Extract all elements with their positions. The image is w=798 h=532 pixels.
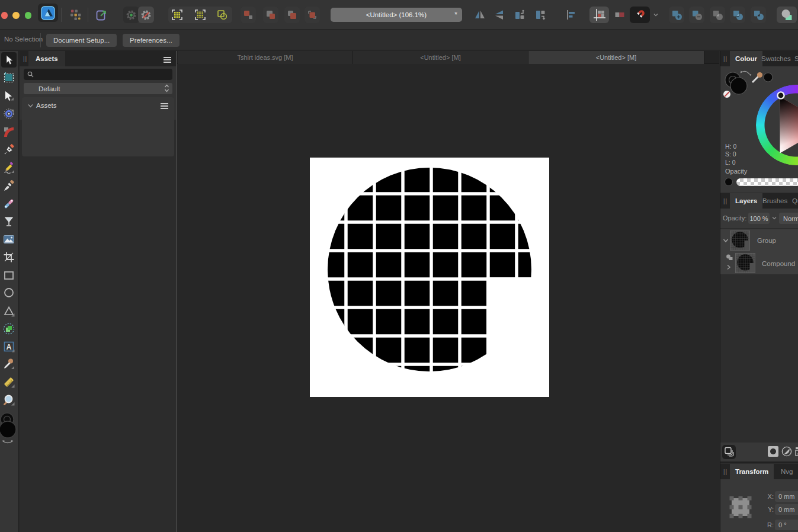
boolean-add-icon[interactable] <box>669 7 684 23</box>
document-title-text: <Untitled> (106.1%) <box>366 11 427 18</box>
tab-stroke[interactable]: Stroke <box>791 51 798 66</box>
x-field[interactable]: 0 mm <box>775 491 798 502</box>
panel-drag-grip[interactable]: || <box>723 56 728 62</box>
flip-horizontal-icon[interactable] <box>472 7 488 23</box>
insert-inside-icon[interactable] <box>263 7 278 23</box>
panel-drag-grip[interactable]: || <box>723 469 728 475</box>
opacity-chevron-icon[interactable] <box>771 216 777 220</box>
pen-tool[interactable] <box>1 142 17 158</box>
ellipse-tool[interactable] <box>1 285 17 300</box>
artboard[interactable] <box>310 158 549 397</box>
zoom-tool[interactable] <box>1 392 17 408</box>
document-area: Tshirt ideas.svg [M] <Untitled> [M] <Unt… <box>177 51 719 532</box>
flip-vertical-icon[interactable] <box>492 7 507 23</box>
rectangle-tool[interactable] <box>1 268 17 283</box>
boolean-combine-icon[interactable] <box>751 7 766 23</box>
assets-section-menu-icon[interactable] <box>161 102 168 110</box>
insert-behind-icon[interactable] <box>241 7 256 23</box>
document-setup-button[interactable]: Document Setup... <box>46 34 117 47</box>
preferences-gear-icon[interactable] <box>123 7 139 23</box>
vector-crop-tool[interactable] <box>1 249 17 265</box>
assets-panel-menu-icon[interactable] <box>164 56 171 64</box>
boolean-divide-icon[interactable] <box>730 7 745 23</box>
opacity-swatch <box>725 178 733 186</box>
vector-brush-tool[interactable] <box>1 178 17 194</box>
edit-all-layers-icon[interactable] <box>722 445 736 459</box>
blend-mode-select[interactable]: Normal <box>779 213 798 224</box>
style-picker-icon[interactable] <box>777 7 797 23</box>
node-tool[interactable] <box>1 88 17 104</box>
preferences-button[interactable]: Preferences... <box>123 34 180 47</box>
document-tab-untitled-1[interactable]: <Untitled> [M] <box>353 51 528 64</box>
panel-drag-grip[interactable]: || <box>23 56 27 62</box>
opacity-slider[interactable] <box>736 178 798 186</box>
snapping-magnet-icon[interactable] <box>630 7 650 23</box>
assets-category-select[interactable]: Default <box>24 83 172 94</box>
fill-tool[interactable] <box>1 214 17 229</box>
rotate-cw-icon[interactable] <box>533 7 548 23</box>
pencil-tool[interactable] <box>1 160 17 175</box>
place-image-tool[interactable] <box>1 232 17 247</box>
rotate-ccw-icon[interactable] <box>512 7 527 23</box>
document-tab-untitled-2-active[interactable]: <Untitled> [M] <box>528 51 704 64</box>
layer-row-group[interactable]: Group <box>720 229 798 252</box>
alignment-icon[interactable] <box>563 7 579 23</box>
affinity-designer-logo[interactable] <box>38 4 58 22</box>
svg-text:A: A <box>6 343 11 351</box>
anchor-point-selector[interactable] <box>729 496 752 518</box>
assets-search-input[interactable] <box>24 69 172 80</box>
export-persona-icon[interactable] <box>94 7 109 23</box>
layer-row-compound[interactable]: Compound <box>720 252 798 274</box>
tab-swatches[interactable]: Swatches <box>756 51 796 66</box>
text-tool[interactable]: A <box>1 339 17 354</box>
layer-expander-icon[interactable] <box>723 238 729 243</box>
point-transform-tool[interactable] <box>1 106 17 121</box>
y-field-label: Y: <box>765 506 774 513</box>
tab-nvg[interactable]: Nvg <box>775 464 798 479</box>
snap-grid-icon[interactable] <box>169 7 185 23</box>
canvas-viewport[interactable] <box>177 65 719 532</box>
layer-expander-icon[interactable] <box>726 264 731 270</box>
layer-effects-icon[interactable] <box>795 446 798 457</box>
snap-bounds-icon[interactable] <box>214 7 230 23</box>
boolean-subtract-icon[interactable] <box>689 7 704 23</box>
close-button[interactable] <box>1 12 8 19</box>
measure-tool[interactable] <box>1 374 17 390</box>
boolean-intersect-icon[interactable] <box>710 7 725 23</box>
corner-tool[interactable] <box>1 124 17 140</box>
select-updown-icon <box>164 84 169 94</box>
hsl-triangle[interactable] <box>756 85 798 165</box>
rotation-field[interactable]: 0 ° <box>775 520 798 530</box>
grid-manager-icon[interactable] <box>589 7 609 23</box>
colour-picker-tool[interactable] <box>1 356 17 371</box>
adjustment-layer-icon[interactable] <box>781 446 792 457</box>
replace-selection-icon[interactable] <box>305 7 320 23</box>
minimize-button[interactable] <box>12 12 20 19</box>
picked-colour-well <box>764 73 773 82</box>
colour-wells[interactable] <box>0 411 19 448</box>
tab-quick-fx[interactable]: Quick FX <box>787 193 798 209</box>
tools-panel: A <box>0 51 19 532</box>
shape-builder-tool[interactable] <box>1 321 17 336</box>
tab-transform[interactable]: Transform <box>730 464 774 479</box>
colour-picker-row[interactable] <box>750 70 783 85</box>
section-expander-icon[interactable] <box>28 104 33 108</box>
zoom-button[interactable] <box>25 12 32 19</box>
personas-icon[interactable] <box>68 7 83 23</box>
snap-pixel-grid-icon[interactable] <box>193 7 208 23</box>
mask-layer-icon[interactable] <box>768 446 778 457</box>
gear-disabled-icon[interactable] <box>138 7 154 23</box>
insert-on-top-icon[interactable] <box>284 7 300 23</box>
triangle-tool[interactable] <box>1 303 17 319</box>
snapping-options-chevron[interactable] <box>650 7 661 23</box>
panel-drag-grip[interactable]: || <box>723 198 728 204</box>
document-tab-tshirt-ideas[interactable]: Tshirt ideas.svg [M] <box>178 51 353 64</box>
x-field-label: X: <box>765 493 774 500</box>
tab-assets[interactable]: Assets <box>28 51 65 66</box>
blend-tool[interactable] <box>1 196 17 211</box>
move-tool[interactable] <box>1 52 17 68</box>
artboard-tool[interactable] <box>1 70 17 85</box>
layers-opacity-value[interactable]: 100 % <box>748 213 770 224</box>
pixel-align-icon[interactable] <box>612 7 627 23</box>
y-field[interactable]: 0 mm <box>775 504 798 515</box>
